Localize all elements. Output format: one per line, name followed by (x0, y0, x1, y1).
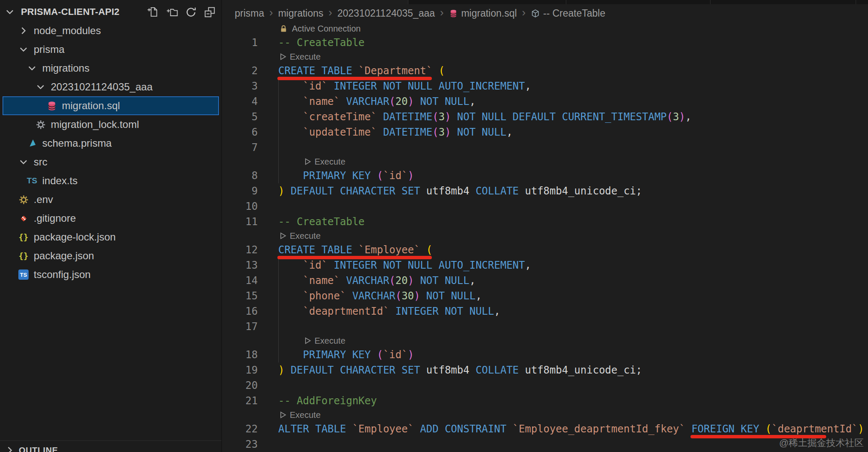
tree-item-label: schema.prisma (42, 137, 112, 149)
indent-guide (278, 258, 279, 273)
outline-section-header[interactable]: OUTLINE (0, 440, 221, 452)
line-number: 7 (222, 140, 258, 155)
line-number: 21 (222, 393, 258, 409)
code-line-14[interactable]: 14 `name` VARCHAR(20) NOT NULL, (222, 273, 868, 288)
codelens-row: Execute (222, 229, 868, 242)
code-line-10[interactable]: 10 (222, 199, 868, 214)
breadcrumb-item-20231021124035-aaa[interactable]: 20231021124035_aaa (337, 8, 435, 19)
code-line-17[interactable]: 17 (222, 319, 868, 334)
tree-item-label: prisma (34, 43, 64, 55)
code-line-16[interactable]: 16 `deaprtmentId` INTEGER NOT NULL, (222, 304, 868, 319)
prisma-icon (26, 139, 38, 148)
line-content: ) DEFAULT CHARACTER SET utf8mb4 COLLATE … (278, 183, 642, 199)
tree-item-prisma[interactable]: prisma (0, 40, 221, 59)
project-title: PRISMA-CLIENT-API2 (21, 6, 147, 17)
tree-item-package.json[interactable]: {}package.json (0, 246, 221, 265)
code-line-8[interactable]: 8 PRIMARY KEY (`id`) (222, 168, 868, 183)
execute-codelens[interactable]: Execute (303, 155, 345, 168)
code-line-6[interactable]: 6 `updateTime` DATETIME(3) NOT NULL, (222, 125, 868, 140)
line-content: `id` INTEGER NOT NULL AUTO_INCREMENT, (278, 258, 531, 273)
ts-icon: TS (26, 176, 38, 185)
code-line-1[interactable]: 1-- CreateTable (222, 35, 868, 50)
new-file-icon[interactable] (147, 6, 159, 18)
line-content: `createTime` DATETIME(3) NOT NULL DEFAUL… (278, 109, 691, 125)
tab-strip[interactable] (222, 0, 868, 4)
collapse-all-icon[interactable] (204, 6, 216, 18)
breadcrumb-separator-icon: › (522, 6, 526, 19)
breadcrumb-label: -- CreateTable (543, 8, 606, 19)
breadcrumb-item--createtable[interactable]: -- CreateTable (531, 8, 606, 19)
code-line-19[interactable]: 19) DEFAULT CHARACTER SET utf8mb4 COLLAT… (222, 362, 868, 378)
gear-gray-icon (34, 120, 47, 130)
gutter-spacer (222, 409, 258, 421)
code-line-23[interactable]: 23 (222, 437, 868, 452)
line-number: 20 (222, 378, 258, 393)
execute-codelens[interactable]: Execute (278, 409, 320, 421)
code-line-13[interactable]: 13 `id` INTEGER NOT NULL AUTO_INCREMENT, (222, 258, 868, 273)
code-line-22[interactable]: 22ALTER TABLE `Employee` ADD CONSTRAINT … (222, 421, 868, 437)
tab-separator (710, 0, 711, 4)
red-annotation-underline (277, 77, 432, 80)
code-line-18[interactable]: 18 PRIMARY KEY (`id`) (222, 347, 868, 362)
code-line-3[interactable]: 3 `id` INTEGER NOT NULL AUTO_INCREMENT, (222, 78, 868, 94)
tree-item-migration_lock.toml[interactable]: migration_lock.toml (0, 115, 221, 134)
code-line-4[interactable]: 4 `name` VARCHAR(20) NOT NULL, (222, 94, 868, 109)
code-line-20[interactable]: 20 (222, 378, 868, 393)
line-number: 6 (222, 125, 258, 140)
code-line-11[interactable]: 11-- CreateTable (222, 214, 868, 229)
breadcrumb-item-migrations[interactable]: migrations (278, 8, 323, 19)
line-number: 4 (222, 94, 258, 109)
tree-item-node_modules[interactable]: node_modules (0, 21, 221, 40)
gear-gold-icon (17, 195, 30, 205)
indent-guide (278, 140, 279, 155)
tree-item-src[interactable]: src (0, 153, 221, 171)
indent-guide (278, 319, 279, 334)
codelens-row: Execute (222, 155, 868, 168)
tree-item-package-lock.json[interactable]: {}package-lock.json (0, 228, 221, 246)
active-connection-status[interactable]: Active Connection (222, 22, 868, 35)
breadcrumb-item-prisma[interactable]: prisma (235, 8, 264, 19)
gutter-spacer (222, 334, 258, 347)
codelens-row: Execute (222, 334, 868, 347)
line-content: PRIMARY KEY (`id`) (278, 347, 414, 362)
play-icon (278, 232, 287, 240)
lock-icon (279, 24, 288, 33)
tree-item-label: migrations (42, 62, 90, 74)
indent-guide (278, 334, 279, 347)
tree-item-label: tsconfig.json (34, 269, 90, 281)
tree-item-tsconfig.json[interactable]: TStsconfig.json (0, 265, 221, 284)
execute-codelens[interactable]: Execute (303, 334, 345, 347)
tree-item-.gitignore[interactable]: .gitignore (0, 209, 221, 228)
tree-item-index.ts[interactable]: TSindex.ts (0, 171, 221, 190)
new-folder-icon[interactable] (166, 6, 178, 18)
tree-item-schema.prisma[interactable]: schema.prisma (0, 134, 221, 153)
refresh-icon[interactable] (185, 6, 197, 18)
code-line-9[interactable]: 9) DEFAULT CHARACTER SET utf8mb4 COLLATE… (222, 183, 868, 199)
breadcrumb-item-migration.sql[interactable]: migration.sql (449, 8, 517, 19)
tree-item-label: src (34, 156, 47, 168)
line-number: 13 (222, 258, 258, 273)
code-line-12[interactable]: 12CREATE TABLE `Employee` ( (222, 242, 868, 258)
tree-item-migrations[interactable]: migrations (0, 59, 221, 78)
execute-codelens[interactable]: Execute (278, 229, 320, 242)
breadcrumb-separator-icon: › (269, 6, 273, 19)
explorer-section-header[interactable]: PRISMA-CLIENT-API2 (0, 3, 221, 21)
code-editor[interactable]: 1-- CreateTableExecute2CREATE TABLE `Dep… (222, 35, 868, 452)
code-line-21[interactable]: 21-- AddForeignKey (222, 393, 868, 409)
codelens-row: Execute (222, 50, 868, 63)
code-line-15[interactable]: 15 `phone` VARCHAR(30) NOT NULL, (222, 288, 868, 304)
line-number: 9 (222, 183, 258, 199)
breadcrumb-label: 20231021124035_aaa (337, 8, 435, 19)
tree-item-migration.sql[interactable]: migration.sql (3, 96, 219, 115)
code-line-5[interactable]: 5 `createTime` DATETIME(3) NOT NULL DEFA… (222, 109, 868, 125)
code-line-2[interactable]: 2CREATE TABLE `Department` ( (222, 63, 868, 78)
line-number: 11 (222, 214, 258, 229)
code-line-7[interactable]: 7 (222, 140, 868, 155)
play-icon (303, 336, 312, 345)
execute-codelens[interactable]: Execute (278, 50, 320, 63)
gutter-spacer (222, 155, 258, 168)
tree-item-.env[interactable]: .env (0, 190, 221, 209)
vscode-window: PRISMA-CLIENT-API2 node_modulesprismamig… (0, 0, 868, 452)
tree-item-20231021124035_aaa[interactable]: 20231021124035_aaa (0, 78, 221, 96)
breadcrumb-label: prisma (235, 8, 264, 19)
